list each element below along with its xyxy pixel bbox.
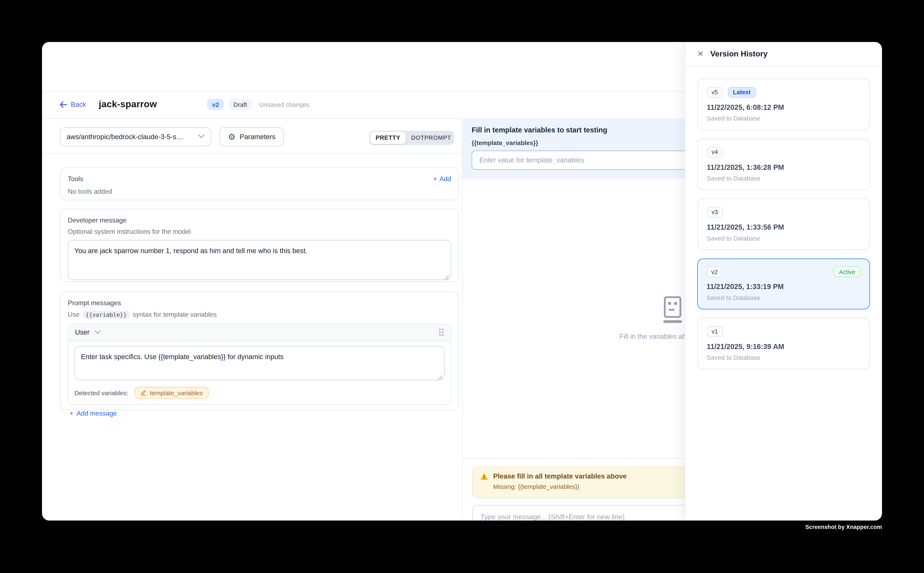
variable-syntax-chip: {{variable}} bbox=[83, 311, 130, 318]
message-role-select[interactable]: User bbox=[75, 329, 101, 336]
user-message-textarea[interactable]: Enter task specifics. Use {{template_var… bbox=[74, 346, 445, 380]
version-saved-status: Saved to Database bbox=[706, 294, 861, 301]
version-saved-status: Saved to Database bbox=[707, 114, 860, 122]
edit-icon bbox=[140, 390, 147, 396]
back-label: Back bbox=[71, 101, 86, 108]
back-button[interactable]: Back bbox=[60, 101, 86, 108]
app-window: Back jack-sparrow v2 Draft Unsaved chang… bbox=[42, 42, 882, 520]
add-tool-button[interactable]: + Add bbox=[433, 175, 451, 182]
drag-handle-icon[interactable] bbox=[439, 328, 444, 337]
model-select[interactable]: aws/anthropic/bedrock-claude-3-5-s… bbox=[60, 127, 211, 146]
version-card-v3[interactable]: v3 11/21/2025, 1:33:56 PM Saved to Datab… bbox=[697, 198, 870, 250]
latest-badge: Latest bbox=[728, 87, 756, 97]
message-card-header: User bbox=[69, 324, 451, 341]
version-card-v2-active[interactable]: v2 Active 11/21/2025, 1:33:19 PM Saved t… bbox=[697, 258, 870, 309]
watermark: Screenshot by Xnapper.com bbox=[805, 523, 882, 530]
model-select-value: aws/anthropic/bedrock-claude-3-5-s… bbox=[67, 133, 198, 140]
message-card-body: Enter task specifics. Use {{template_var… bbox=[69, 341, 451, 404]
view-mode-toggle: PRETTY DOTPROMPT bbox=[369, 130, 454, 145]
warning-icon bbox=[480, 473, 488, 480]
active-badge: Active bbox=[833, 266, 861, 277]
add-message-button[interactable]: + Add message bbox=[69, 410, 451, 416]
back-arrow-icon bbox=[60, 102, 67, 108]
detected-variables-row: Detected variables: template_variables bbox=[74, 387, 445, 399]
gear-icon: ⚙ bbox=[228, 132, 235, 141]
developer-message-title: Developer message bbox=[68, 216, 451, 224]
version-card-v1[interactable]: v1 11/21/2025, 9:16:39 AM Saved to Datab… bbox=[697, 318, 870, 369]
version-tag: v4 bbox=[707, 147, 723, 157]
tools-empty-text: No tools added bbox=[68, 188, 451, 195]
stage: Back jack-sparrow v2 Draft Unsaved chang… bbox=[0, 0, 924, 573]
version-date: 11/21/2025, 9:16:39 AM bbox=[707, 342, 860, 351]
hint-prefix: Use bbox=[68, 311, 80, 318]
version-tag: v2 bbox=[706, 266, 722, 277]
toolbar-divider bbox=[42, 153, 462, 153]
chevron-down-icon bbox=[198, 135, 204, 139]
developer-message-textarea[interactable]: You are jack sparrow number 1, respond a… bbox=[68, 240, 451, 280]
version-date: 11/21/2025, 1:33:19 PM bbox=[706, 282, 861, 291]
parameters-button[interactable]: ⚙ Parameters bbox=[220, 127, 284, 146]
page-title: jack-sparrow bbox=[99, 99, 157, 110]
plus-icon: + bbox=[69, 410, 73, 416]
version-saved-status: Saved to Database bbox=[707, 354, 860, 361]
version-tag: v3 bbox=[707, 207, 723, 218]
message-card: User Enter task specifics. Use {{templat… bbox=[68, 324, 451, 405]
version-history-panel: ✕ Version History v5 Latest 11/22/2025, … bbox=[685, 42, 882, 520]
version-date: 11/22/2025, 6:08:12 PM bbox=[707, 103, 860, 111]
template-variable-name: template_variables bbox=[150, 389, 203, 396]
detected-variables-label: Detected variables: bbox=[74, 389, 128, 396]
tools-card: Tools + Add No tools added bbox=[60, 167, 459, 200]
add-tool-label: Add bbox=[439, 175, 451, 182]
developer-message-card: Developer message Optional system instru… bbox=[60, 209, 459, 282]
plus-icon: + bbox=[433, 175, 437, 182]
warning-title: Please fill in all template variables ab… bbox=[493, 473, 627, 480]
toggle-pretty[interactable]: PRETTY bbox=[370, 132, 406, 144]
prompt-messages-hint: Use {{variable}} syntax for template var… bbox=[68, 311, 451, 318]
version-tag: v1 bbox=[707, 326, 723, 337]
add-message-label: Add message bbox=[77, 410, 117, 416]
status-badge: Draft bbox=[229, 99, 252, 110]
message-role-value: User bbox=[75, 329, 89, 336]
version-badge: v2 bbox=[207, 99, 224, 110]
toolbar: aws/anthropic/bedrock-claude-3-5-s… ⚙ Pa… bbox=[42, 119, 462, 153]
template-variable-chip[interactable]: template_variables bbox=[134, 387, 209, 399]
version-history-header: ✕ Version History bbox=[685, 42, 882, 66]
prompt-messages-card: Prompt messages Use {{variable}} syntax … bbox=[60, 291, 459, 410]
toggle-dotprompt[interactable]: DOTPROMPT bbox=[406, 132, 457, 144]
version-date: 11/21/2025, 1:33:56 PM bbox=[707, 223, 860, 231]
chevron-down-icon bbox=[95, 331, 101, 334]
version-card-v5[interactable]: v5 Latest 11/22/2025, 6:08:12 PM Saved t… bbox=[697, 78, 870, 130]
unsaved-changes-label: Unsaved changes bbox=[259, 101, 309, 108]
hint-suffix: syntax for template variables bbox=[133, 311, 217, 318]
page-header: Back jack-sparrow v2 Draft Unsaved chang… bbox=[42, 91, 462, 118]
version-date: 11/21/2025, 1:36:28 PM bbox=[707, 163, 860, 171]
version-saved-status: Saved to Database bbox=[707, 234, 860, 241]
version-card-v4[interactable]: v4 11/21/2025, 1:36:28 PM Saved to Datab… bbox=[697, 138, 870, 190]
version-tag: v5 bbox=[707, 87, 723, 97]
version-saved-status: Saved to Database bbox=[707, 174, 860, 182]
developer-message-subtitle: Optional system instructions for the mod… bbox=[68, 228, 451, 235]
bot-icon bbox=[662, 297, 683, 325]
version-history-title: Version History bbox=[711, 49, 768, 58]
version-history-list: v5 Latest 11/22/2025, 6:08:12 PM Saved t… bbox=[685, 66, 882, 381]
tools-title: Tools bbox=[68, 175, 83, 182]
close-icon[interactable]: ✕ bbox=[697, 50, 704, 58]
parameters-label: Parameters bbox=[240, 133, 276, 140]
prompt-messages-title: Prompt messages bbox=[68, 299, 451, 307]
